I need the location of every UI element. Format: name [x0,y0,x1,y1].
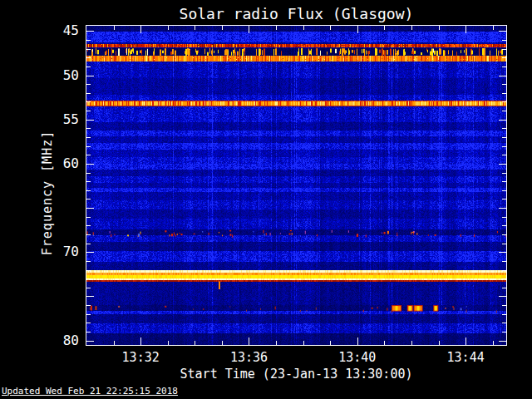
y-tick-label: 45 [42,23,79,38]
x-tick-label: 13:32 [111,351,170,364]
y-tick-label: 80 [42,333,79,348]
y-tick-label: 55 [42,112,79,127]
spectrogram-canvas [86,26,506,345]
spectrogram-plot [86,25,507,346]
updated-timestamp: Updated Wed Feb 21 22:25:15 2018 [2,386,178,397]
spectrogram-page: Solar radio Flux (Glasgow) Frequency [MH… [0,0,532,399]
x-tick-label: 13:40 [328,351,387,364]
chart-title: Solar radio Flux (Glasgow) [86,5,507,22]
y-tick-label: 50 [42,68,79,83]
y-tick-label: 70 [42,244,79,259]
x-tick-label: 13:36 [219,351,278,364]
y-tick-label: 60 [42,156,79,171]
x-tick-label: 13:44 [436,351,495,364]
x-axis-title: Start Time (23-Jan-13 13:30:00) [86,367,507,382]
y-axis-title: Frequency [MHz] [40,131,55,255]
